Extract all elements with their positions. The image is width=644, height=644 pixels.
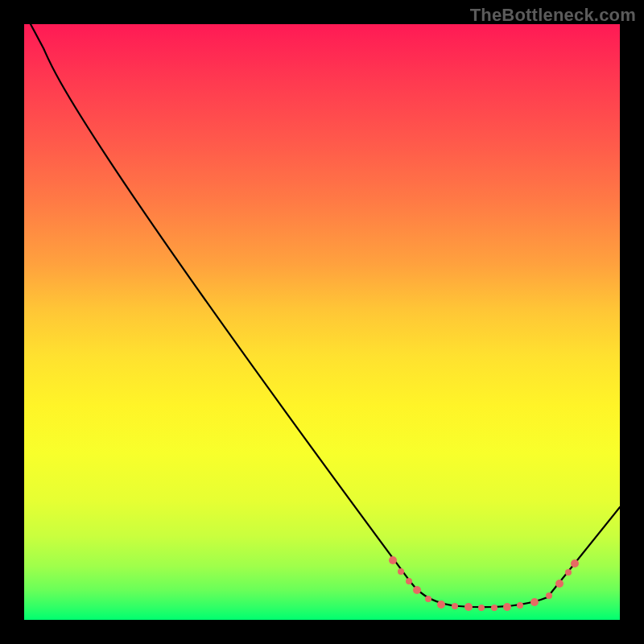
highlight-dot bbox=[398, 568, 404, 575]
highlight-dot bbox=[437, 601, 445, 609]
chart-frame: TheBottleneck.com bbox=[0, 0, 644, 644]
highlight-dot bbox=[452, 603, 458, 609]
highlight-dot bbox=[517, 602, 523, 609]
curve-layer bbox=[24, 24, 620, 620]
bottleneck-curve bbox=[31, 24, 620, 607]
highlight-dot bbox=[413, 586, 421, 594]
watermark-label: TheBottleneck.com bbox=[470, 5, 636, 26]
highlight-dot bbox=[530, 598, 539, 606]
highlight-dot bbox=[464, 603, 473, 611]
plot-area bbox=[24, 24, 620, 620]
highlight-dot bbox=[503, 603, 511, 611]
highlight-dot bbox=[389, 556, 397, 564]
highlight-dots bbox=[389, 556, 579, 611]
highlight-dot bbox=[491, 605, 497, 611]
highlight-dot bbox=[478, 605, 485, 611]
highlight-dot bbox=[555, 580, 564, 588]
highlight-dot bbox=[406, 578, 412, 584]
highlight-dot bbox=[571, 559, 579, 568]
highlight-dot bbox=[565, 569, 572, 576]
highlight-dot bbox=[425, 596, 431, 602]
highlight-dot bbox=[546, 592, 552, 599]
